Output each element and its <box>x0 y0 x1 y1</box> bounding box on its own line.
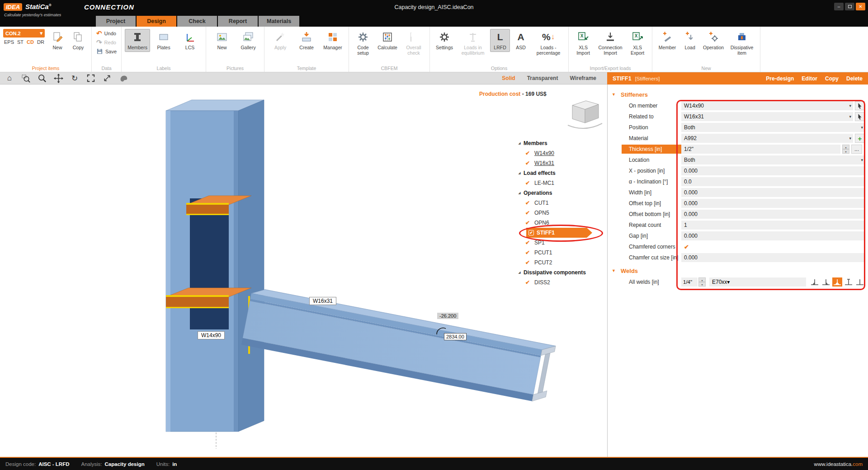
section-arrow-icon[interactable]: ▼ <box>612 92 621 97</box>
model-column-w14x90 <box>166 100 264 432</box>
tree-item-le-mc1[interactable]: LE-MC1 <box>534 180 554 186</box>
xls-import-button[interactable]: X XLS Import <box>572 29 594 57</box>
pan-icon[interactable] <box>53 73 63 83</box>
checkb ox-checked-icon[interactable]: ✔ <box>525 220 534 226</box>
connection-import-button[interactable]: Connection Import <box>595 29 625 57</box>
gallery-button[interactable]: Gallery <box>236 29 261 52</box>
checkbox-checked-icon[interactable]: ✔ <box>525 150 534 156</box>
tree-item-cut1[interactable]: CUT1 <box>534 200 548 206</box>
website-link[interactable]: www.ideastatica.com <box>814 461 863 467</box>
minimize-button[interactable]: – <box>834 3 844 10</box>
checkbox-checked-icon[interactable]: ✔ <box>525 210 534 216</box>
delete-operation-button[interactable]: Delete <box>846 75 863 82</box>
settings-button[interactable]: Settings <box>433 29 456 52</box>
project-item-selector[interactable]: CON.2 ▾ <box>3 29 45 38</box>
prop-label-repeat-count: Repeat count <box>622 221 681 230</box>
mode-cd[interactable]: CD <box>27 39 34 45</box>
pre-design-button[interactable]: Pre-design <box>766 75 794 82</box>
editor-button[interactable]: Editor <box>802 75 817 82</box>
save-button[interactable]: Save <box>95 47 118 56</box>
create-template-icon <box>300 31 313 43</box>
zoom-fit-icon[interactable] <box>86 73 96 83</box>
mode-dr[interactable]: DR <box>37 39 44 45</box>
new-member-button[interactable]: Member <box>656 29 679 52</box>
tree-group-operations[interactable]: Operations <box>524 190 552 196</box>
maximize-button[interactable] <box>845 3 854 10</box>
rotate-view-icon[interactable]: ↻ <box>70 73 80 83</box>
tree-group-load-effects[interactable]: Load effects <box>524 170 556 176</box>
mode-st[interactable]: ST <box>17 39 24 45</box>
checkbox-checked-icon[interactable]: ✔ <box>525 200 534 206</box>
lcs-labels-button[interactable]: LCS <box>177 29 203 52</box>
tree-item-w14x90[interactable]: W14x90 <box>534 150 554 156</box>
ribbon-group-labels: Members Plates LCS Labels <box>122 27 206 72</box>
redo-button: ↷Redo <box>95 38 118 47</box>
template-manager-button[interactable]: Manager <box>320 29 345 52</box>
create-template-button[interactable]: Create <box>294 29 319 52</box>
expander-icon[interactable]: ◢ <box>515 191 524 195</box>
checkbox-checked-icon[interactable]: ✔ <box>525 160 534 166</box>
asd-letter-icon: A <box>517 31 524 43</box>
undo-button[interactable]: ↶Undo <box>95 29 118 38</box>
label-paint-icon[interactable] <box>118 73 128 83</box>
tab-project[interactable]: Project <box>96 16 136 27</box>
new-picture-button[interactable]: New <box>209 29 235 52</box>
expander-icon[interactable]: ◢ <box>515 171 524 175</box>
gallery-icon <box>242 31 255 43</box>
home-view-icon[interactable]: ⌂ <box>5 73 14 83</box>
close-button[interactable]: ✕ <box>856 3 865 10</box>
tree-item-w16x31[interactable]: W16x31 <box>534 160 554 166</box>
tab-design[interactable]: Design <box>137 16 176 27</box>
tree-group-members[interactable]: Members <box>524 140 547 146</box>
tree-item-pcut2[interactable]: PCUT2 <box>534 259 552 266</box>
xls-export-icon: X <box>631 31 644 43</box>
prop-label-location: Location <box>622 155 681 164</box>
checkbox-checked-icon[interactable]: ✔ <box>525 259 534 266</box>
expander-icon[interactable]: ◢ <box>515 271 524 274</box>
plates-labels-button[interactable]: Plates <box>151 29 176 52</box>
new-dissipative-item-button[interactable]: Dissipative item <box>727 29 757 57</box>
tab-report[interactable]: Report <box>218 16 258 27</box>
expander-icon[interactable]: ◢ <box>515 141 524 145</box>
tree-item-opn5[interactable]: OPN5 <box>534 210 549 216</box>
prop-label-on-member: On member <box>622 101 681 110</box>
tab-check[interactable]: Check <box>177 16 217 27</box>
checkbox-checked-icon[interactable]: ✔ <box>525 180 534 186</box>
tree-group-dissipative[interactable]: Dissipative components <box>524 269 586 276</box>
dimension-length-label: 2834.00 <box>444 333 467 340</box>
new-load-button[interactable]: Load <box>680 29 700 52</box>
loads-percentage-button[interactable]: %↓ Loads - percentage <box>532 29 565 57</box>
copy-operation-button[interactable]: Copy <box>825 75 839 82</box>
code-setup-button[interactable]: Code setup <box>352 29 374 57</box>
resize-view-icon[interactable] <box>102 73 112 83</box>
zoom-window-icon[interactable] <box>21 73 31 83</box>
tree-item-diss2[interactable]: DISS2 <box>534 279 550 286</box>
tab-materials[interactable]: Materials <box>259 16 299 27</box>
svg-text:X: X <box>635 33 638 38</box>
checkbox-checked-icon[interactable]: ✔ <box>525 249 534 256</box>
3d-viewport[interactable]: Production cost - 169 US$ W16x31 W14x90 … <box>0 85 607 457</box>
view-mode-transparent[interactable]: Transparent <box>527 75 558 81</box>
zoom-icon[interactable] <box>37 73 47 83</box>
new-member-icon <box>661 31 674 43</box>
checkbox-checked-icon[interactable]: ✔ <box>525 279 534 286</box>
ribbon-group-data: ↶Undo ↷Redo Save Data <box>92 27 122 72</box>
xls-export-button[interactable]: X XLS Export <box>626 29 649 57</box>
calculate-button[interactable]: Calculate <box>375 29 400 52</box>
close-icon: ✕ <box>859 4 862 9</box>
members-labels-button[interactable]: Members <box>125 29 150 52</box>
copy-project-item-button[interactable]: Copy <box>68 29 88 52</box>
view-mode-wireframe[interactable]: Wireframe <box>570 75 596 81</box>
orientation-cube[interactable] <box>568 101 602 128</box>
section-arrow-icon[interactable]: ▼ <box>612 268 621 273</box>
new-project-item-button[interactable]: New <box>47 29 67 52</box>
checkbox-checked-icon[interactable]: ✔ <box>525 240 534 246</box>
ribbon-group-import-export: X XLS Import Connection Import X XLS Exp… <box>569 27 652 72</box>
mode-eps[interactable]: EPS <box>4 39 14 45</box>
tree-item-pcut1[interactable]: PCUT1 <box>534 249 552 256</box>
asd-button[interactable]: A ASD <box>511 29 531 52</box>
save-icon <box>96 48 103 55</box>
view-mode-solid[interactable]: Solid <box>502 75 515 81</box>
lrfd-button[interactable]: L LRFD <box>490 29 510 52</box>
new-operation-button[interactable]: Operation <box>701 29 726 52</box>
